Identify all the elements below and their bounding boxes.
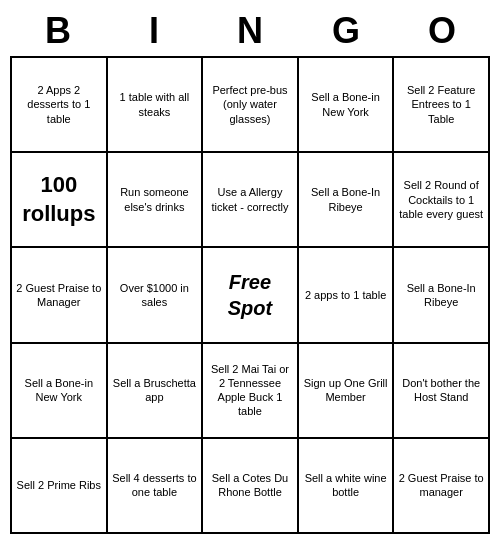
bingo-cell-15[interactable]: Sell a Bone-in New York xyxy=(12,344,108,439)
letter-o: O xyxy=(398,10,486,52)
bingo-cell-19[interactable]: Don't bother the Host Stand xyxy=(394,344,490,439)
bingo-cell-8[interactable]: Sell a Bone-In Ribeye xyxy=(299,153,395,248)
letter-i: I xyxy=(110,10,198,52)
bingo-grid: 2 Apps 2 desserts to 1 table1 table with… xyxy=(10,56,490,534)
bingo-cell-7[interactable]: Use a Allergy ticket - correctly xyxy=(203,153,299,248)
bingo-cell-11[interactable]: Over $1000 in sales xyxy=(108,248,204,343)
bingo-cell-14[interactable]: Sell a Bone-In Ribeye xyxy=(394,248,490,343)
bingo-cell-10[interactable]: 2 Guest Praise to Manager xyxy=(12,248,108,343)
bingo-cell-3[interactable]: Sell a Bone-in New York xyxy=(299,58,395,153)
bingo-cell-16[interactable]: Sell a Bruschetta app xyxy=(108,344,204,439)
bingo-cell-20[interactable]: Sell 2 Prime Ribs xyxy=(12,439,108,534)
bingo-cell-17[interactable]: Sell 2 Mai Tai or 2 Tennessee Apple Buck… xyxy=(203,344,299,439)
bingo-cell-21[interactable]: Sell 4 desserts to one table xyxy=(108,439,204,534)
bingo-cell-13[interactable]: 2 apps to 1 table xyxy=(299,248,395,343)
bingo-cell-9[interactable]: Sell 2 Round of Cocktails to 1 table eve… xyxy=(394,153,490,248)
bingo-cell-12[interactable]: Free Spot xyxy=(203,248,299,343)
bingo-cell-23[interactable]: Sell a white wine bottle xyxy=(299,439,395,534)
bingo-cell-22[interactable]: Sell a Cotes Du Rhone Bottle xyxy=(203,439,299,534)
letter-n: N xyxy=(206,10,294,52)
bingo-cell-0[interactable]: 2 Apps 2 desserts to 1 table xyxy=(12,58,108,153)
bingo-cell-5[interactable]: 100 rollups xyxy=(12,153,108,248)
bingo-cell-18[interactable]: Sign up One Grill Member xyxy=(299,344,395,439)
letter-b: B xyxy=(14,10,102,52)
bingo-cell-24[interactable]: 2 Guest Praise to manager xyxy=(394,439,490,534)
bingo-header: B I N G O xyxy=(10,10,490,52)
bingo-cell-2[interactable]: Perfect pre-bus (only water glasses) xyxy=(203,58,299,153)
letter-g: G xyxy=(302,10,390,52)
bingo-cell-6[interactable]: Run someone else's drinks xyxy=(108,153,204,248)
bingo-cell-1[interactable]: 1 table with all steaks xyxy=(108,58,204,153)
bingo-cell-4[interactable]: Sell 2 Feature Entrees to 1 Table xyxy=(394,58,490,153)
